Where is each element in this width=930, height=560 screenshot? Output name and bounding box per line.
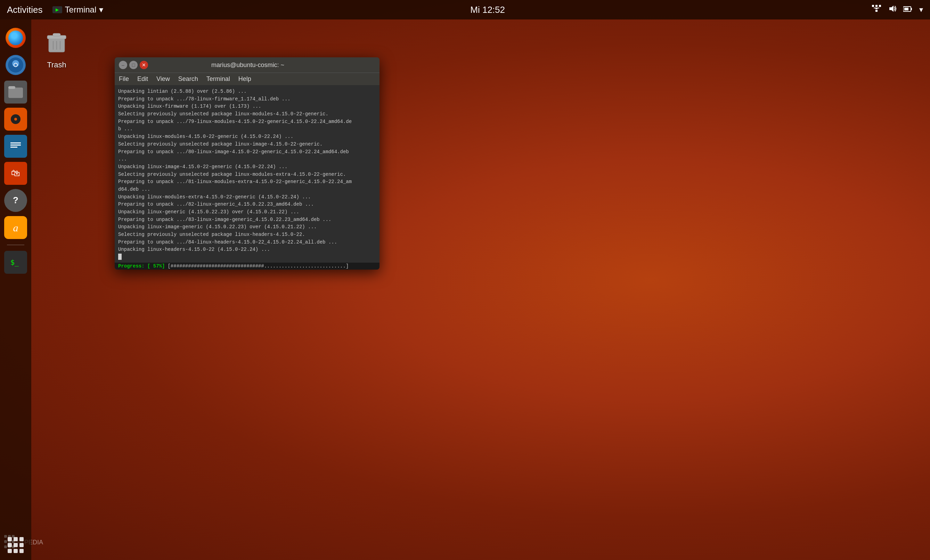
trash-svg-icon: [45, 31, 69, 55]
terminal-output-line: Unpacking linux-firmware (1.174) over (1…: [118, 103, 376, 111]
dock-icon-terminal[interactable]: $_: [4, 251, 27, 274]
system-menu-icon[interactable]: ▾: [919, 5, 923, 14]
dock: 🛍 ? a $_: [0, 20, 31, 560]
terminal-output-line: Unpacking linux-image-generic (4.15.0.22…: [118, 223, 376, 231]
terminal-progress-label: Progress: [ 57%]: [118, 263, 165, 269]
apps-dot-2: [14, 537, 18, 541]
terminal-minimize-button[interactable]: –: [119, 61, 127, 69]
svg-rect-8: [904, 8, 908, 11]
svg-rect-4: [875, 8, 878, 9]
terminal-menu-edit[interactable]: Edit: [137, 75, 148, 83]
dock-icon-firefox[interactable]: [4, 26, 27, 49]
apps-dot-3: [20, 537, 24, 541]
rhythmbox-icon: [7, 111, 24, 128]
terminal-output-line: Preparing to unpack .../82-linux-generic…: [118, 201, 376, 208]
installer-icon: 🛍: [7, 165, 24, 182]
svg-rect-21: [11, 145, 21, 146]
activities-button[interactable]: Activities: [7, 5, 43, 15]
terminal-menu-terminal[interactable]: Terminal: [206, 75, 230, 83]
terminal-progress-line: Progress: [ 57%] [######################…: [115, 263, 379, 269]
battery-icon[interactable]: [903, 5, 912, 14]
dock-icon-files[interactable]: [4, 81, 27, 103]
volume-icon[interactable]: [888, 5, 896, 15]
dock-bottom: [8, 537, 24, 553]
firefox-icon: [6, 28, 26, 48]
terminal-menu-search[interactable]: Search: [178, 75, 198, 83]
help-icon: ?: [7, 192, 24, 209]
terminal-output-line: Preparing to unpack .../81-linux-modules…: [118, 178, 376, 186]
terminal-output-line: Selecting previously unselected package …: [118, 141, 376, 148]
amazon-icon: a: [7, 219, 24, 236]
terminal-cursor: [118, 254, 122, 260]
apps-dot-1: [8, 537, 12, 541]
svg-rect-3: [874, 8, 879, 8]
terminal-output-line: Unpacking linux-generic (4.15.0.22.23) o…: [118, 208, 376, 216]
svg-rect-19: [9, 139, 22, 154]
apps-dot-4: [8, 543, 12, 547]
terminal-output-line: Unpacking lintian (2.5.88) over (2.5.86)…: [118, 88, 376, 95]
dock-icon-rhythmbox[interactable]: [4, 108, 27, 131]
apps-dot-5: [14, 543, 18, 547]
thunderbird-icon: [6, 55, 26, 75]
trash-label: Trash: [47, 60, 66, 69]
terminal-output-line: Selecting previously unselected package …: [118, 231, 376, 238]
topbar-clock[interactable]: Mi 12:52: [470, 5, 505, 15]
network-icon[interactable]: [872, 5, 881, 15]
terminal-output-line: Unpacking linux-image-4.15.0-22-generic …: [118, 163, 376, 171]
dock-icon-libreoffice[interactable]: [4, 135, 27, 158]
svg-rect-9: [911, 8, 912, 10]
terminal-close-button[interactable]: ✕: [140, 61, 148, 69]
terminal-body[interactable]: Unpacking lintian (2.5.88) over (2.5.86)…: [115, 85, 379, 263]
terminal-output-line: Preparing to unpack .../79-linux-modules…: [118, 118, 376, 126]
svg-rect-22: [11, 146, 17, 148]
apps-dot-8: [14, 549, 18, 553]
svg-text:?: ?: [13, 195, 18, 205]
dock-divider: [7, 245, 24, 245]
terminal-output-line: Unpacking linux-modules-extra-4.15.0-22-…: [118, 194, 376, 201]
terminal-output-line: Selecting previously unselected package …: [118, 171, 376, 178]
dock-icon-help[interactable]: ?: [4, 189, 27, 212]
libreoffice-icon: [7, 138, 24, 155]
dock-icon-installer[interactable]: 🛍: [4, 162, 27, 185]
terminal-window: – □ ✕ marius@ubuntu-cosmic: ~ File Edit …: [115, 57, 379, 269]
svg-rect-2: [875, 5, 878, 7]
terminal-window-controls: – □ ✕: [119, 61, 148, 69]
terminal-output-line: b ...: [118, 125, 376, 133]
dock-icon-thunderbird[interactable]: [4, 54, 27, 77]
terminal-menu-view[interactable]: View: [156, 75, 170, 83]
terminal-output-line: Selecting previously unselected package …: [118, 111, 376, 118]
svg-marker-6: [889, 6, 893, 12]
terminal-app-label: Terminal: [65, 5, 97, 15]
terminal-output-line: d64.deb ...: [118, 186, 376, 194]
terminal-output-line: Preparing to unpack .../80-linux-image-4…: [118, 148, 376, 156]
terminal-output-line: Preparing to unpack .../84-linux-headers…: [118, 238, 376, 246]
svg-text:🛍: 🛍: [11, 168, 20, 178]
files-icon: [7, 83, 24, 101]
apps-dot-6: [20, 543, 24, 547]
dock-icon-amazon[interactable]: a: [4, 216, 27, 239]
terminal-output-line: Unpacking linux-headers-4.15.0-22 (4.15.…: [118, 246, 376, 254]
topbar-left: Activities Terminal ▾: [7, 5, 103, 15]
svg-rect-1: [879, 5, 881, 7]
terminal-title: marius@ubuntu-cosmic: ~: [148, 62, 348, 69]
terminal-maximize-button[interactable]: □: [129, 61, 138, 69]
terminal-output-line: ...: [118, 155, 376, 163]
terminal-app-icon: [52, 6, 62, 13]
svg-rect-5: [875, 10, 878, 12]
apps-grid-icon[interactable]: [8, 537, 24, 553]
terminal-cursor-line: [118, 254, 376, 260]
desktop-trash-icon[interactable]: Trash: [42, 28, 72, 69]
svg-rect-33: [53, 33, 60, 36]
svg-text:a: a: [13, 222, 18, 234]
svg-text:$_: $_: [11, 258, 19, 266]
terminal-menu-help[interactable]: Help: [239, 75, 251, 83]
terminal-dock-icon: $_: [7, 254, 24, 271]
terminal-menu-file[interactable]: File: [119, 75, 129, 83]
terminal-menubar: File Edit View Search Terminal Help: [115, 72, 379, 85]
terminal-app-indicator[interactable]: Terminal ▾: [52, 5, 103, 15]
terminal-titlebar: – □ ✕ marius@ubuntu-cosmic: ~: [115, 57, 379, 72]
terminal-progress-bar: [################################.......…: [168, 263, 349, 269]
apps-dot-9: [20, 549, 24, 553]
terminal-output-line: Unpacking linux-modules-4.15.0-22-generi…: [118, 133, 376, 141]
terminal-chevron: ▾: [99, 5, 103, 15]
